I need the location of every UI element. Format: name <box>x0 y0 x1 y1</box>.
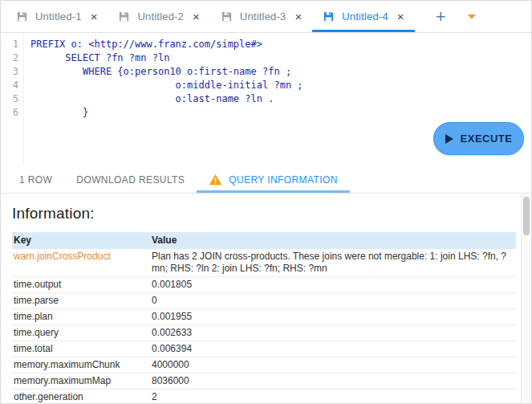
save-icon <box>16 10 28 22</box>
value-cell: 0 <box>150 293 516 309</box>
table-row: warn.joinCrossProductPlan has 2 JOIN cro… <box>12 249 516 277</box>
value-cell: 0.002633 <box>150 325 516 341</box>
tab-untitled-3[interactable]: Untitled-3× <box>210 1 312 32</box>
tab-label: Untitled-2 <box>137 10 184 22</box>
value-cell: Plan has 2 JOIN cross-products. These jo… <box>150 249 516 277</box>
code-line: o:last-name ?ln . <box>30 92 531 106</box>
save-icon <box>221 10 233 22</box>
code-line: WHERE {o:person10 o:first-name ?fn ; <box>30 65 531 79</box>
code-line: } <box>30 106 531 120</box>
tab-label: Untitled-1 <box>35 10 82 22</box>
query-information-label: QUERY INFORMATION <box>229 174 337 186</box>
results-tab-bar: 1 ROW DOWNLOAD RESULTS QUERY INFORMATION <box>1 166 531 194</box>
table-row: time.total0.006394 <box>12 341 516 357</box>
close-icon[interactable]: × <box>193 10 200 22</box>
key-cell: time.total <box>12 341 150 357</box>
line-number: 4 <box>1 79 18 92</box>
row-count-label: 1 ROW <box>19 174 52 186</box>
save-icon <box>323 10 335 22</box>
tab-query-information[interactable]: QUERY INFORMATION <box>197 166 349 193</box>
close-icon[interactable]: × <box>294 10 302 22</box>
code-line: PREFIX o: <http://www.franz.com/simple#> <box>30 38 531 51</box>
table-header-row: Key Value <box>12 232 516 249</box>
information-heading: Information: <box>12 205 515 222</box>
value-cell: 0.001955 <box>150 309 516 325</box>
line-number: 5 <box>1 92 18 106</box>
tab-row-count[interactable]: 1 ROW <box>7 166 64 193</box>
scrollbar[interactable] <box>521 195 531 404</box>
key-cell: time.query <box>12 325 150 341</box>
query-editor: 123456 PREFIX o: <http://www.franz.com/s… <box>1 33 531 166</box>
tab-untitled-1[interactable]: Untitled-1× <box>6 1 108 32</box>
table-row: time.plan0.001955 <box>12 309 516 325</box>
close-icon[interactable]: × <box>397 10 404 22</box>
tab-menu-caret-icon[interactable] <box>468 14 476 19</box>
line-number: 1 <box>1 38 18 51</box>
table-row: time.query0.002633 <box>12 325 516 341</box>
key-cell: other.generation <box>12 390 150 404</box>
close-icon[interactable]: × <box>91 10 98 22</box>
tab-download-results[interactable]: DOWNLOAD RESULTS <box>64 166 197 193</box>
value-cell: 8036000 <box>150 373 516 390</box>
query-information-content: Information: Key Value warn.joinCrossPro… <box>1 194 531 404</box>
editor-tab-bar: Untitled-1×Untitled-2×Untitled-3×Untitle… <box>1 1 531 33</box>
key-cell: warn.joinCrossProduct <box>12 249 150 277</box>
warning-icon <box>209 173 222 186</box>
tab-untitled-4[interactable]: Untitled-4× <box>312 1 414 32</box>
key-cell: memory.maximumMap <box>12 373 150 390</box>
value-cell: 2 <box>150 390 516 404</box>
value-cell: 4000000 <box>150 357 516 373</box>
code-line: o:middle-initial ?mn ; <box>30 79 531 92</box>
new-tab-button[interactable]: + <box>436 8 446 26</box>
execute-button-label: EXECUTE <box>461 133 513 145</box>
code-line: SELECT ?fn ?mn ?ln <box>30 51 531 65</box>
query-editor-window: Untitled-1×Untitled-2×Untitled-3×Untitle… <box>0 0 532 404</box>
value-cell: 0.001805 <box>150 277 516 293</box>
download-results-label: DOWNLOAD RESULTS <box>76 174 185 186</box>
line-number: 6 <box>1 106 18 120</box>
value-cell: 0.006394 <box>150 341 516 357</box>
scrollbar-thumb[interactable] <box>523 197 530 235</box>
line-number-gutter: 123456 <box>1 33 24 166</box>
query-info-table: Key Value warn.joinCrossProductPlan has … <box>12 232 516 404</box>
table-row: memory.maximumMap8036000 <box>12 373 516 390</box>
line-number: 2 <box>1 51 18 65</box>
query-info-table-body: warn.joinCrossProductPlan has 2 JOIN cro… <box>12 249 516 404</box>
key-cell: memory.maximumChunk <box>12 357 150 373</box>
query-information-panel: Information: Key Value warn.joinCrossPro… <box>1 194 531 404</box>
play-icon <box>445 134 453 144</box>
tab-label: Untitled-4 <box>342 10 388 22</box>
tab-label: Untitled-3 <box>240 10 286 22</box>
table-row: time.parse0 <box>12 293 516 309</box>
key-cell: time.plan <box>12 309 150 325</box>
line-number: 3 <box>1 65 18 79</box>
key-cell: time.parse <box>12 293 150 309</box>
table-row: other.generation2 <box>12 390 516 404</box>
key-column-header: Key <box>12 232 150 249</box>
table-row: memory.maximumChunk4000000 <box>12 357 516 373</box>
value-column-header: Value <box>150 232 516 249</box>
tab-untitled-2[interactable]: Untitled-2× <box>108 1 209 32</box>
execute-button[interactable]: EXECUTE <box>433 122 524 155</box>
save-icon <box>118 10 130 22</box>
key-cell: time.output <box>12 277 150 293</box>
table-row: time.output0.001805 <box>12 277 516 293</box>
